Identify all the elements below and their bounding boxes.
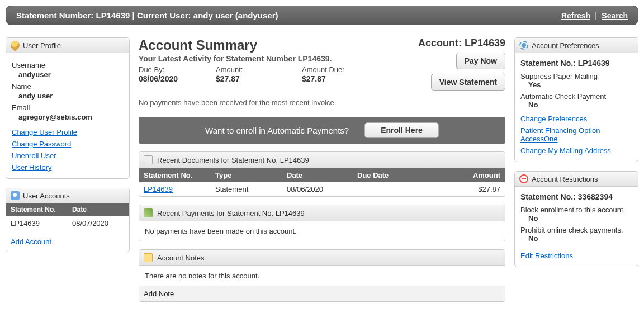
user-profile-panel: User Profile Username andyuser Name andy… [6, 37, 130, 179]
col-date: Date [68, 203, 129, 216]
username-value: andyuser [18, 70, 124, 79]
account-restrictions-panel: Account Restrictions Statement No.: 3368… [514, 171, 638, 267]
account-restrictions-header: Account Restrictions [515, 172, 638, 187]
change-preferences-link[interactable]: Change Preferences [520, 115, 632, 123]
due-by-value: 08/06/2020 [139, 74, 216, 83]
account-preferences-header: Account Preferences [515, 38, 638, 53]
col-type: Type [211, 168, 282, 182]
key-icon [9, 39, 22, 52]
patient-financing-link[interactable]: Patient Financing Option AccessOne [520, 126, 632, 143]
user-accounts-row: LP14639 08/07/2020 [6, 216, 129, 231]
prohibit-check-value: No [528, 234, 632, 243]
account-preferences-title: Account Preferences [532, 41, 599, 50]
recent-documents-header: Recent Documents for Statement No. LP146… [139, 152, 505, 168]
recent-payments-header: Recent Payments for Statement No. LP1463… [139, 205, 505, 221]
row-date: 08/07/2020 [68, 216, 129, 231]
account-restrictions-title: Account Restrictions [532, 175, 598, 183]
amount-due-value: $27.87 [302, 74, 418, 83]
account-preferences-panel: Account Preferences Statement No.: LP146… [514, 37, 638, 162]
prohibit-check-label: Prohibit online check payments. [520, 226, 632, 234]
summary-subtitle: Your Latest Activity for Statement Numbe… [139, 54, 418, 63]
col-amount: Amount [434, 168, 505, 182]
amount-due-label: Amount Due: [302, 65, 418, 74]
no-payments-message: No payments have been received for the m… [139, 98, 505, 107]
enroll-bar: Want to enroll in Automatic Payments? En… [139, 117, 505, 144]
amount-value: $27.87 [216, 74, 302, 83]
user-history-link[interactable]: User History [12, 163, 52, 172]
col-stmt-no: Statement No. [139, 168, 211, 182]
table-row: LP14639 Statement 08/06/2020 $27.87 [139, 182, 505, 196]
edit-restrictions-link[interactable]: Edit Restrictions [520, 252, 573, 260]
auto-check-label: Automatic Check Payment [520, 92, 632, 101]
recent-documents-columns: Statement No. Type Date Due Date Amount [139, 168, 505, 182]
add-note-link[interactable]: Add Note [144, 290, 174, 298]
account-notes-panel: Account Notes There are no notes for thi… [139, 249, 505, 302]
account-summary-title: Account Summary [139, 37, 418, 53]
recent-documents-title: Recent Documents for Statement No. LP146… [157, 156, 309, 164]
block-enroll-label: Block enrollment to this account. [520, 206, 632, 214]
row-statement-no: LP14639 [6, 216, 68, 231]
email-value: agregory@sebis.com [18, 113, 124, 121]
enroll-here-button[interactable]: Enroll Here [364, 122, 439, 138]
user-profile-header: User Profile [6, 38, 129, 53]
prefs-stmt-no: Statement No.: LP14639 [520, 59, 632, 68]
account-notes-header: Account Notes [139, 250, 505, 266]
user-icon [11, 191, 20, 200]
add-account-link[interactable]: Add Account [11, 238, 51, 246]
doc-stmt-link[interactable]: LP14639 [144, 185, 173, 193]
suppress-label: Suppress Paper Mailing [520, 72, 632, 80]
view-statement-button[interactable]: View Statement [431, 74, 505, 91]
top-bar-separator: | [595, 11, 597, 20]
recent-payments-msg: No payments have been made on this accou… [139, 221, 505, 241]
user-accounts-columns: Statement No. Date [6, 203, 129, 216]
recent-payments-title: Recent Payments for Statement No. LP1463… [157, 209, 305, 217]
username-label: Username [12, 61, 124, 69]
account-label: Account: LP14639 [418, 37, 505, 49]
block-icon [519, 174, 528, 183]
doc-amount: $27.87 [434, 182, 505, 196]
name-label: Name [12, 82, 124, 91]
pay-now-button[interactable]: Pay Now [456, 53, 505, 69]
search-link[interactable]: Search [602, 11, 628, 20]
due-by-label: Due By: [139, 65, 216, 74]
col-doc-date: Date [282, 168, 353, 182]
user-accounts-panel: User Accounts Statement No. Date LP14639… [6, 188, 130, 252]
gear-icon [519, 41, 528, 50]
unenroll-user-link[interactable]: Unenroll User [12, 151, 56, 160]
enroll-text: Want to enroll in Automatic Payments? [205, 126, 349, 135]
doc-date: 08/06/2020 [282, 182, 353, 196]
recent-documents-panel: Recent Documents for Statement No. LP146… [139, 151, 505, 197]
document-icon [144, 155, 153, 164]
amount-label: Amount: [216, 65, 302, 74]
name-value: andy user [18, 92, 124, 100]
restrictions-stmt-no: Statement No.: 33682394 [520, 192, 632, 201]
email-label: Email [12, 103, 124, 112]
change-user-profile-link[interactable]: Change User Profile [12, 128, 77, 136]
top-bar: Statement Number: LP14639 | Current User… [6, 6, 638, 25]
recent-payments-panel: Recent Payments for Statement No. LP1463… [139, 205, 505, 241]
user-profile-title: User Profile [23, 41, 61, 50]
doc-due [353, 182, 434, 196]
auto-check-value: No [528, 101, 632, 109]
note-icon [144, 253, 153, 262]
col-due-date: Due Date [353, 168, 434, 182]
change-password-link[interactable]: Change Password [12, 140, 71, 148]
block-enroll-value: No [528, 214, 632, 222]
doc-type: Statement [211, 182, 282, 196]
refresh-link[interactable]: Refresh [561, 11, 590, 20]
col-statement-no: Statement No. [6, 203, 68, 216]
account-notes-title: Account Notes [157, 254, 205, 262]
account-notes-msg: There are no notes for this account. [139, 266, 505, 286]
user-accounts-title: User Accounts [23, 192, 70, 200]
change-mailing-link[interactable]: Change My Mailing Address [520, 146, 632, 155]
top-bar-links: Refresh | Search [561, 11, 628, 20]
user-accounts-header: User Accounts [6, 188, 129, 203]
suppress-value: Yes [528, 80, 632, 89]
money-icon [144, 208, 153, 217]
top-bar-title: Statement Number: LP14639 | Current User… [16, 11, 278, 20]
